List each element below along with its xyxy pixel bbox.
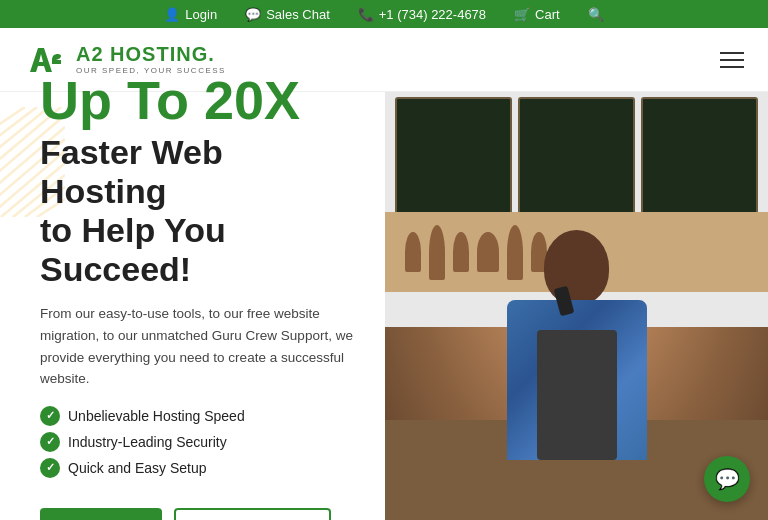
hero-section: Up To 20X Faster Web Hostingto Help You …: [0, 92, 768, 520]
feature-item-3: Quick and Easy Setup: [40, 458, 355, 478]
chat-icon: 💬: [245, 7, 261, 22]
hero-left: Up To 20X Faster Web Hostingto Help You …: [0, 92, 385, 520]
chalkboard-2: [518, 97, 635, 217]
hero-main-heading: Faster Web Hostingto Help You Succeed!: [40, 133, 355, 289]
chat-bubble-button[interactable]: 💬: [704, 456, 750, 502]
feature-label-1: Unbelievable Hosting Speed: [68, 408, 245, 424]
cart-label: Cart: [535, 7, 560, 22]
shelf-item-3: [453, 232, 469, 272]
hamburger-menu[interactable]: [720, 52, 744, 68]
sales-chat-label: Sales Chat: [266, 7, 330, 22]
hero-accent-heading: Up To 20X: [40, 72, 355, 129]
feature-label-3: Quick and Easy Setup: [68, 460, 207, 476]
svg-line-1: [0, 107, 25, 127]
check-icon-2: [40, 432, 60, 452]
chalkboard-1: [395, 97, 512, 217]
person-figure: [507, 230, 647, 460]
hamburger-line-1: [720, 52, 744, 54]
help-me-choose-button[interactable]: Help Me Choose: [174, 508, 331, 520]
cart-link[interactable]: 🛒 Cart: [514, 7, 560, 22]
hamburger-line-3: [720, 66, 744, 68]
shelf-item-4: [477, 232, 499, 272]
check-icon-1: [40, 406, 60, 426]
chalkboard-3: [641, 97, 758, 217]
feature-label-2: Industry-Leading Security: [68, 434, 227, 450]
person-head: [544, 230, 609, 305]
chat-bubble-icon: 💬: [715, 467, 740, 491]
phone-link[interactable]: 📞 +1 (734) 222-4678: [358, 7, 486, 22]
get-started-button[interactable]: Get Started: [40, 508, 162, 520]
logo-brand: A2 HOSTING.: [76, 44, 226, 64]
shelf-item-2: [429, 225, 445, 280]
hero-right: [385, 92, 768, 520]
phone-icon: 📞: [358, 7, 374, 22]
check-icon-3: [40, 458, 60, 478]
hero-description: From our easy-to-use tools, to our free …: [40, 303, 355, 389]
hero-image-bg: [385, 92, 768, 520]
cart-icon: 🛒: [514, 7, 530, 22]
login-link[interactable]: 👤 Login: [164, 7, 217, 22]
sales-chat-link[interactable]: 💬 Sales Chat: [245, 7, 330, 22]
feature-item-1: Unbelievable Hosting Speed: [40, 406, 355, 426]
hero-features-list: Unbelievable Hosting Speed Industry-Lead…: [40, 406, 355, 484]
user-icon: 👤: [164, 7, 180, 22]
login-label: Login: [185, 7, 217, 22]
person-shirt: [507, 300, 647, 460]
search-link[interactable]: 🔍: [588, 7, 604, 22]
shelf-item-1: [405, 232, 421, 272]
hero-buttons: Get Started Help Me Choose: [40, 508, 355, 520]
phone-label: +1 (734) 222-4678: [379, 7, 486, 22]
top-bar: 👤 Login 💬 Sales Chat 📞 +1 (734) 222-4678…: [0, 0, 768, 28]
search-icon: 🔍: [588, 7, 604, 22]
chalkboards: [395, 97, 758, 217]
feature-item-2: Industry-Leading Security: [40, 432, 355, 452]
hamburger-line-2: [720, 59, 744, 61]
person-apron: [537, 330, 617, 460]
